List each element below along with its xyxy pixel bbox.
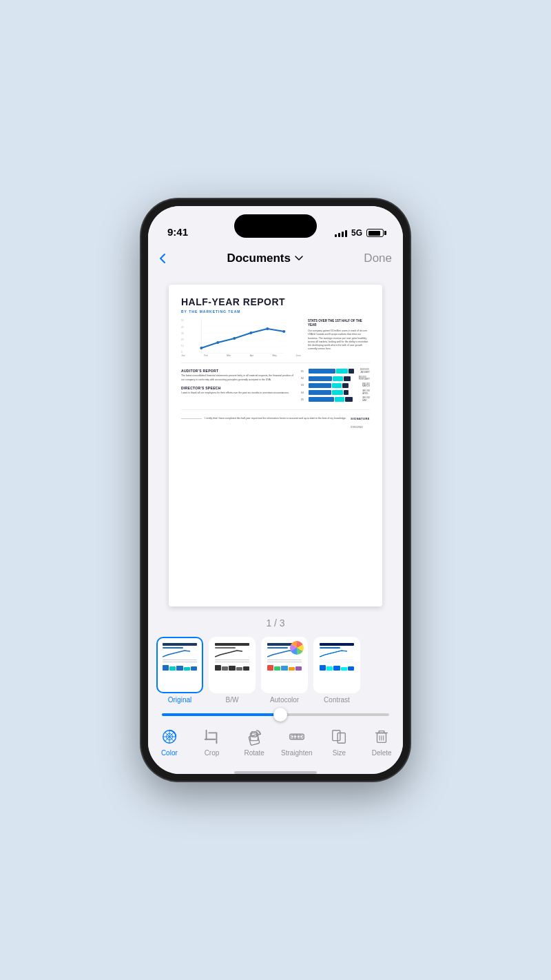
auditor-text: The latest consolidated financial statem… <box>181 374 294 382</box>
doc-bottom-row: AUDITOR'S REPORT The latest consolidated… <box>181 369 370 404</box>
filter-label-original: Original <box>168 696 191 704</box>
done-button[interactable]: Done <box>364 252 392 265</box>
auditor-title: AUDITOR'S REPORT <box>181 369 294 373</box>
divider-1 <box>181 363 370 363</box>
svg-rect-22 <box>333 731 340 741</box>
chart-x-labels: JanFebMarAprMayJune <box>181 354 301 357</box>
rotate-icon <box>245 727 264 746</box>
svg-rect-23 <box>338 733 346 743</box>
svg-point-9 <box>250 331 253 334</box>
phone-frame: 9:41 5G Docum <box>141 199 410 781</box>
back-button[interactable] <box>159 253 166 264</box>
bar-row-5: 05 $90,000MAY <box>301 397 370 402</box>
autocolor-badge <box>290 641 304 655</box>
toolbar-label-crop: Crop <box>205 749 220 757</box>
bottom-toolbar: Color Crop <box>148 722 403 770</box>
stats-text: Our company gained 50 million users in e… <box>308 329 370 351</box>
line-chart-svg <box>185 319 301 354</box>
filter-label-contrast: Contrast <box>324 696 350 704</box>
toolbar-rotate[interactable]: Rotate <box>237 727 271 757</box>
bar-chart: 01 $100,000JANUARY 02 <box>301 369 370 404</box>
svg-point-10 <box>267 327 269 330</box>
nav-bar: Documents Done <box>148 243 403 274</box>
crop-icon <box>202 727 221 746</box>
color-icon <box>160 727 179 746</box>
footer-text: I certify that I have completed this hal… <box>205 417 346 420</box>
dynamic-island <box>234 214 317 238</box>
signal-icon <box>335 229 347 237</box>
director-text: I want to thank all our employees for th… <box>181 391 294 395</box>
delete-icon <box>372 727 391 746</box>
home-indicator <box>148 770 403 774</box>
toolbar-label-rotate: Rotate <box>244 749 264 757</box>
chart-y-labels: 50 40 30 20 10 0 <box>181 319 183 354</box>
divider-2 <box>181 409 370 410</box>
filter-contrast[interactable]: Contrast <box>313 637 360 704</box>
svg-point-6 <box>200 347 203 349</box>
bar-row-3: 03 $80,000MARCH <box>301 383 370 388</box>
line-chart-area: 50 40 30 20 10 0 <box>181 319 301 357</box>
toolbar-label-color: Color <box>161 749 178 757</box>
filter-original[interactable]: Original <box>156 637 203 704</box>
toolbar-crop[interactable]: Crop <box>194 727 229 757</box>
filter-thumb-contrast[interactable] <box>313 637 360 693</box>
bar-row-4: 04 $80,000APRIL <box>301 390 370 395</box>
bar-row-1: 01 $100,000JANUARY <box>301 369 370 374</box>
svg-point-7 <box>217 341 220 344</box>
size-icon <box>329 727 349 746</box>
filter-strip: Original <box>148 633 403 708</box>
stats-title: STATS OVER THE 1ST HALF OF THE YEAR <box>308 319 370 327</box>
filter-label-autocolor: Autocolor <box>270 696 299 704</box>
phone-screen: 9:41 5G Docum <box>148 206 403 774</box>
slider-thumb[interactable] <box>273 708 287 722</box>
page-indicator: 1 / 3 <box>148 617 403 629</box>
home-bar <box>234 771 317 774</box>
status-icons: 5G <box>335 228 384 238</box>
straighten-icon <box>287 727 306 746</box>
slider-track[interactable] <box>162 713 389 716</box>
chevron-down-icon <box>295 256 303 261</box>
filter-thumb-original[interactable] <box>156 637 203 693</box>
toolbar-delete[interactable]: Delete <box>364 727 399 757</box>
nav-title[interactable]: Documents <box>227 252 303 265</box>
signature-area: SIGNATURE 07/01/2022 <box>351 417 370 429</box>
document-area: HALF-YEAR REPORT BY THE MARKETING TEAM 5… <box>148 274 403 612</box>
toolbar-color[interactable]: Color <box>152 727 187 757</box>
toolbar-label-straighten: Straighten <box>281 749 313 757</box>
footer-line <box>181 418 202 419</box>
doc-footer: I certify that I have completed this hal… <box>181 417 370 429</box>
battery-icon <box>366 229 384 237</box>
toolbar-label-size: Size <box>333 749 346 757</box>
network-type: 5G <box>351 228 362 238</box>
filter-autocolor[interactable]: Autocolor <box>261 637 308 704</box>
battery-fill <box>368 231 380 236</box>
signature-date: 07/01/2022 <box>351 426 370 429</box>
doc-title: HALF-YEAR REPORT <box>181 297 370 307</box>
filter-bw[interactable]: B/W <box>209 637 256 704</box>
document-page: HALF-YEAR REPORT BY THE MARKETING TEAM 5… <box>169 285 382 606</box>
status-time: 9:41 <box>167 226 188 238</box>
slider-fill <box>162 713 280 716</box>
filter-label-bw: B/W <box>226 696 239 704</box>
toolbar-straighten[interactable]: Straighten <box>280 727 314 757</box>
signature-label: SIGNATURE <box>351 417 370 420</box>
toolbar-label-delete: Delete <box>372 749 392 757</box>
director-title: DIRECTOR'S SPEECH <box>181 386 294 390</box>
slider-container <box>148 708 403 722</box>
filter-thumb-bw[interactable] <box>209 637 256 693</box>
filter-thumb-autocolor[interactable] <box>261 637 308 693</box>
svg-point-8 <box>233 337 236 340</box>
svg-point-11 <box>283 330 286 333</box>
toolbar-size[interactable]: Size <box>322 727 356 757</box>
doc-subtitle: BY THE MARKETING TEAM <box>181 309 370 314</box>
doc-stats: STATS OVER THE 1ST HALF OF THE YEAR Our … <box>308 319 370 357</box>
doc-left-col: AUDITOR'S REPORT The latest consolidated… <box>181 369 294 404</box>
bar-row-2: 02 $90,000FEBRUARY <box>301 376 370 381</box>
nav-title-text: Documents <box>227 252 291 265</box>
